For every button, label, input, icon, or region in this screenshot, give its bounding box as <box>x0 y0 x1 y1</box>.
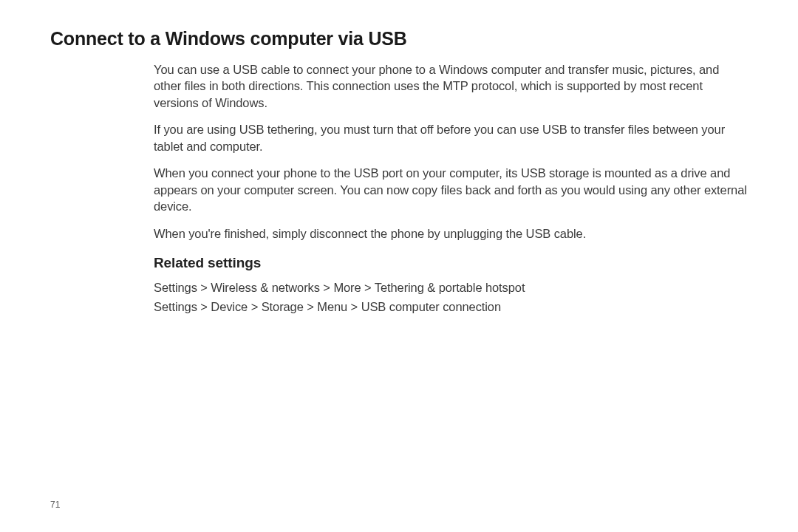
related-settings-heading: Related settings <box>154 255 748 271</box>
settings-path: Settings > Device > Storage > Menu > USB… <box>154 298 748 317</box>
paragraph: You can use a USB cable to connect your … <box>154 61 748 111</box>
paragraph: When you connect your phone to the USB p… <box>154 165 748 214</box>
page-number: 71 <box>50 499 60 510</box>
page-title: Connect to a Windows computer via USB <box>50 28 748 50</box>
paragraph: If you are using USB tethering, you must… <box>154 121 748 154</box>
document-page: Connect to a Windows computer via USB Yo… <box>0 0 798 532</box>
paragraph: When you're finished, simply disconnect … <box>154 225 748 242</box>
body-content: You can use a USB cable to connect your … <box>154 61 748 316</box>
settings-path: Settings > Wireless & networks > More > … <box>154 279 748 298</box>
